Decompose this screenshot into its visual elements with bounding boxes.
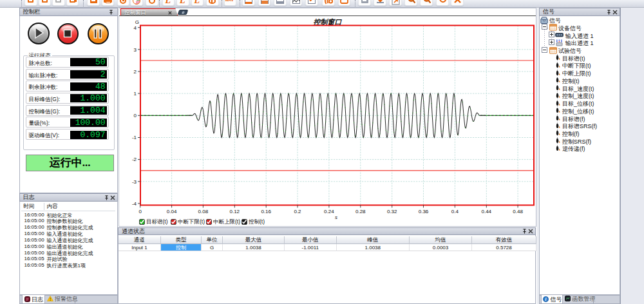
svg-text:0: 0 [138, 209, 142, 214]
svg-text:G: G [135, 19, 139, 25]
svg-text:0.24: 0.24 [324, 209, 334, 214]
svg-text:!: ! [49, 297, 50, 301]
svg-text:0.48: 0.48 [513, 209, 523, 214]
svg-text:-2: -2 [132, 157, 137, 163]
svg-text:-1: -1 [132, 135, 137, 141]
svg-text:0.04: 0.04 [167, 209, 177, 214]
svg-text:4: 4 [134, 25, 137, 31]
svg-text:1: 1 [134, 91, 137, 97]
svg-text:0.2: 0.2 [294, 209, 301, 214]
svg-text:0.28: 0.28 [355, 209, 366, 214]
svg-text:-3: -3 [132, 179, 137, 185]
svg-text:0.4: 0.4 [451, 209, 459, 214]
svg-text:0.44: 0.44 [482, 209, 492, 214]
svg-text:0.08: 0.08 [198, 209, 209, 214]
svg-text:3: 3 [134, 47, 137, 53]
svg-text:0.12: 0.12 [230, 209, 240, 214]
svg-text:0.16: 0.16 [261, 209, 271, 214]
svg-text:2: 2 [134, 69, 137, 75]
svg-text:-4: -4 [132, 201, 137, 207]
svg-text:s: s [335, 214, 337, 220]
svg-text:0: 0 [134, 113, 137, 119]
svg-text:0.36: 0.36 [419, 209, 429, 214]
svg-text:0.32: 0.32 [387, 209, 397, 214]
svg-text:i: i [545, 297, 547, 301]
